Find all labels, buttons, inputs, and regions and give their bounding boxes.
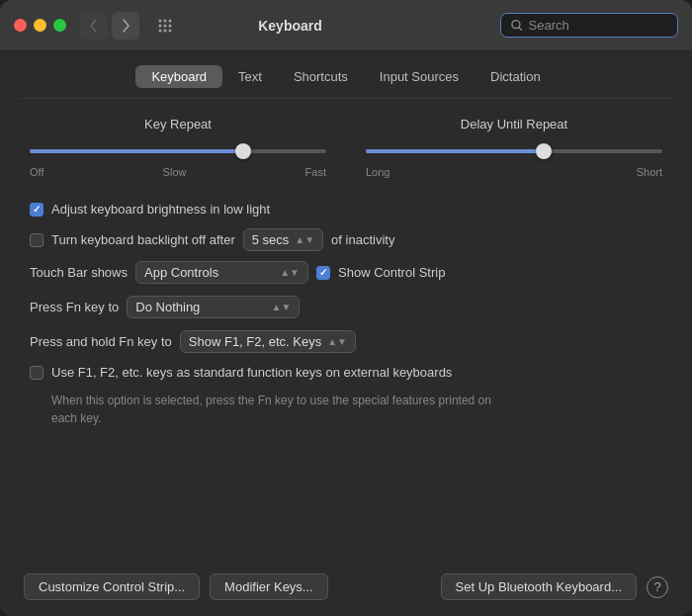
key-repeat-labels: Off Slow Fast [30,166,326,178]
search-box[interactable] [500,13,678,38]
bottom-bar: Customize Control Strip... Modifier Keys… [0,562,692,616]
fn-keys-note-line1: When this option is selected, press the … [51,394,491,407]
tab-dictation[interactable]: Dictation [475,65,557,88]
svg-line-10 [519,28,522,31]
traffic-lights [14,19,66,32]
key-repeat-group: Key Repeat Off Slow Fast [30,117,326,178]
maximize-button[interactable] [53,19,66,32]
show-control-strip-row: Show Control Strip [316,265,445,280]
fn-keys-label: Use F1, F2, etc. keys as standard functi… [51,365,452,380]
key-repeat-label: Key Repeat [144,117,212,132]
tab-keyboard[interactable]: Keyboard [135,65,222,88]
brightness-option-row: Adjust keyboard brightness in low light [30,202,662,217]
delay-short-label: Short [637,166,662,178]
fn-keys-note-line2: each key. [51,411,101,425]
press-fn-label: Press Fn key to [30,300,119,314]
modifier-keys-button[interactable]: Modifier Keys... [210,573,328,600]
back-button[interactable] [80,12,108,40]
delay-repeat-labels: Long Short [366,166,662,178]
delay-long-label: Long [366,166,389,178]
customize-control-strip-button[interactable]: Customize Control Strip... [24,573,200,600]
backlight-duration-select[interactable]: 5 secs ▲▼ [243,228,323,251]
press-hold-fn-arrow: ▲▼ [327,336,347,347]
bottom-left-buttons: Customize Control Strip... Modifier Keys… [24,573,328,600]
tab-input-sources[interactable]: Input Sources [364,65,475,88]
backlight-duration-value: 5 secs [252,232,290,247]
fn-keys-row: Use F1, F2, etc. keys as standard functi… [30,365,662,380]
press-fn-value: Do Nothing [135,300,200,314]
tab-text[interactable]: Text [222,65,278,88]
tab-bar: Keyboard Text Shortcuts Input Sources Di… [0,51,692,98]
minimize-button[interactable] [34,19,46,32]
press-hold-fn-row: Press and hold Fn key to Show F1, F2, et… [30,330,662,353]
close-button[interactable] [14,19,27,32]
delay-repeat-group: Delay Until Repeat Long Short [366,117,662,178]
show-control-strip-checkbox[interactable] [316,266,330,280]
touchbar-select[interactable]: App Controls ▲▼ [135,261,308,284]
search-icon [511,19,523,32]
press-hold-fn-label: Press and hold Fn key to [30,334,172,349]
titlebar: Keyboard [0,0,692,51]
touchbar-arrow: ▲▼ [280,267,300,278]
delay-repeat-label: Delay Until Repeat [461,117,567,132]
key-repeat-off-label: Off [30,166,43,178]
fn-keys-checkbox[interactable] [30,366,43,380]
tab-shortcuts[interactable]: Shortcuts [278,65,364,88]
search-input[interactable] [529,18,667,33]
fn-keys-note: When this option is selected, press the … [51,392,662,427]
sliders-section: Key Repeat Off Slow Fast Delay Until Rep… [30,117,662,178]
backlight-row: Turn keyboard backlight off after 5 secs… [30,228,662,251]
key-repeat-slider[interactable] [30,141,326,161]
touchbar-row: Touch Bar shows App Controls ▲▼ Show Con… [30,261,662,284]
touchbar-value: App Controls [144,265,218,280]
backlight-duration-arrow: ▲▼ [295,234,314,245]
press-fn-arrow: ▲▼ [272,302,292,312]
key-repeat-fast-label: Fast [305,166,326,178]
bottom-right-buttons: Set Up Bluetooth Keyboard... ? [441,573,668,600]
backlight-label: Turn keyboard backlight off after [51,232,235,247]
help-button[interactable]: ? [647,576,668,598]
press-fn-select[interactable]: Do Nothing ▲▼ [127,296,300,318]
brightness-label: Adjust keyboard brightness in low light [51,202,270,217]
brightness-checkbox[interactable] [30,203,43,217]
window-title: Keyboard [88,18,492,34]
fn-keys-section: Use F1, F2, etc. keys as standard functi… [30,365,662,427]
key-repeat-slow-label: Slow [163,166,187,178]
bluetooth-keyboard-button[interactable]: Set Up Bluetooth Keyboard... [441,573,637,600]
press-hold-fn-select[interactable]: Show F1, F2, etc. Keys ▲▼ [180,330,356,353]
backlight-suffix: of inactivity [331,232,394,247]
delay-repeat-slider[interactable] [366,141,662,161]
press-fn-row: Press Fn key to Do Nothing ▲▼ [30,296,662,318]
press-hold-fn-value: Show F1, F2, etc. Keys [189,334,321,349]
show-control-strip-label: Show Control Strip [338,265,445,280]
content-area: Key Repeat Off Slow Fast Delay Until Rep… [0,99,692,562]
touchbar-label: Touch Bar shows [30,265,128,280]
backlight-checkbox[interactable] [30,233,43,247]
keyboard-window: Keyboard Keyboard Text Shortcuts Input S… [0,0,692,616]
